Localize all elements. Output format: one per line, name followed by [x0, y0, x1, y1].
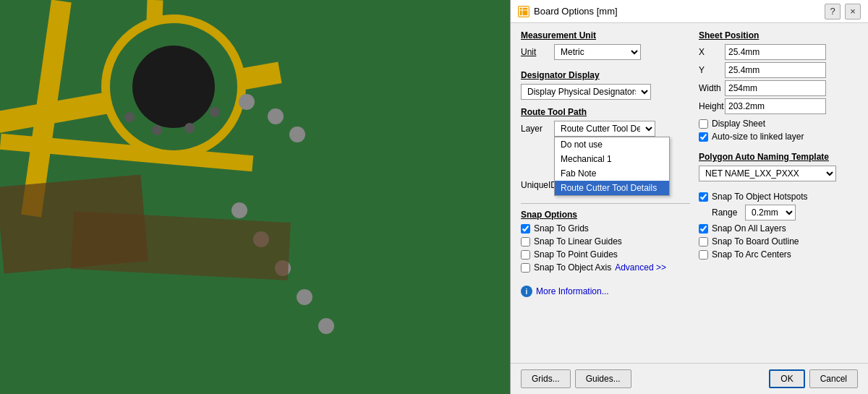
unit-select[interactable]: Metric Imperial [554, 44, 641, 60]
grids-button[interactable]: Grids... [521, 369, 571, 388]
right-snap-section: Snap To Object Hotspots Range 0.1mm 0.2m… [699, 192, 858, 262]
svg-rect-0 [519, 7, 528, 16]
board-options-dialog: Board Options [mm] ? × Measurement Unit … [510, 0, 868, 394]
snap-to-arc-centers-label: Snap To Arc Centers [712, 249, 791, 260]
help-button[interactable]: ? [825, 4, 841, 20]
snap-on-all-layers-checkbox[interactable] [699, 224, 708, 234]
snap-to-point-guides-label: Snap To Point Guides [534, 249, 618, 260]
layer-dropdown-menu: Do not use Mechanical 1 Fab Note Route C… [554, 137, 670, 196]
snap-to-grids-checkbox[interactable] [521, 224, 530, 234]
snap-to-board-outline-label: Snap To Board Outline [712, 236, 799, 247]
x-label: X [699, 47, 720, 57]
more-info-link[interactable]: More Information... [536, 286, 609, 296]
dropdown-item-mechanical1[interactable]: Mechanical 1 [555, 152, 669, 166]
unit-label: Unit [521, 47, 550, 57]
dropdown-item-fab-note[interactable]: Fab Note [555, 166, 669, 181]
left-column: Measurement Unit Unit Metric Imperial De… [521, 30, 690, 356]
snap-to-linear-guides-checkbox[interactable] [521, 237, 530, 247]
snap-to-linear-guides-label: Snap To Linear Guides [534, 236, 622, 247]
polygon-naming-select[interactable]: NET NAME_LXX_PXXX [699, 166, 836, 181]
title-bar: Board Options [mm] ? × [511, 0, 868, 23]
route-tool-path-title: Route Tool Path [521, 107, 690, 117]
auto-size-label: Auto-size to linked layer [712, 132, 804, 142]
info-icon: i [521, 286, 532, 297]
snap-to-object-axis-checkbox[interactable] [521, 263, 530, 273]
dropdown-item-do-not-use[interactable]: Do not use [555, 137, 669, 152]
sheet-position-title: Sheet Position [699, 30, 858, 40]
snap-to-hotspots-checkbox[interactable] [699, 192, 708, 202]
close-button[interactable]: × [845, 4, 861, 20]
dropdown-item-route-cutter[interactable]: Route Cutter Tool Details [555, 181, 669, 195]
polygon-naming-title: Polygon Auto Naming Template [699, 152, 858, 162]
dialog-icon [518, 6, 529, 17]
y-input[interactable] [725, 62, 826, 78]
guides-button[interactable]: Guides... [575, 369, 631, 388]
right-column: Sheet Position X Y Width Height [699, 30, 858, 356]
snap-to-arc-centers-checkbox[interactable] [699, 250, 708, 260]
designator-select[interactable]: Display Physical Designators Display Log… [521, 84, 651, 100]
display-sheet-checkbox[interactable] [699, 119, 708, 129]
snap-options-section: Snap Options Snap To Grids Snap To Linea… [521, 203, 690, 275]
layer-dropdown-container: Route Cutter Tool De Do not use Mechanic… [554, 121, 655, 137]
layer-select[interactable]: Route Cutter Tool De Do not use Mechanic… [554, 121, 655, 137]
layer-label: Layer [521, 124, 550, 134]
height-label: Height [699, 101, 720, 111]
display-sheet-label: Display Sheet [712, 119, 765, 129]
polygon-naming-section: Polygon Auto Naming Template NET NAME_LX… [699, 152, 858, 181]
snap-options-title: Snap Options [521, 210, 690, 220]
width-label: Width [699, 83, 720, 93]
measurement-unit-title: Measurement Unit [521, 30, 690, 40]
snap-on-all-layers-label: Snap On All Layers [712, 223, 786, 234]
sheet-position-section: Sheet Position X Y Width Height [699, 30, 858, 145]
auto-size-checkbox[interactable] [699, 132, 708, 142]
dialog-content: Measurement Unit Unit Metric Imperial De… [511, 23, 868, 363]
designator-display-section: Designator Display Display Physical Desi… [521, 70, 690, 100]
cancel-button[interactable]: Cancel [809, 369, 858, 388]
snap-to-board-outline-checkbox[interactable] [699, 237, 708, 247]
x-input[interactable] [725, 44, 826, 60]
range-select[interactable]: 0.1mm 0.2mm 0.5mm 1mm [745, 205, 796, 220]
ok-button[interactable]: OK [769, 369, 804, 388]
width-input[interactable] [725, 80, 826, 96]
measurement-unit-section: Measurement Unit Unit Metric Imperial [521, 30, 690, 63]
dialog-title: Board Options [mm] [534, 6, 820, 17]
range-label: Range [712, 207, 741, 218]
dialog-footer: Grids... Guides... OK Cancel [511, 363, 868, 394]
y-label: Y [699, 65, 720, 75]
snap-to-point-guides-checkbox[interactable] [521, 250, 530, 260]
snap-to-object-axis-label: Snap To Object Axis [534, 262, 611, 273]
route-tool-path-section: Route Tool Path Layer Route Cutter Tool … [521, 107, 690, 196]
designator-display-title: Designator Display [521, 70, 690, 80]
pcb-background [0, 0, 510, 394]
height-input[interactable] [725, 98, 826, 114]
advanced-link[interactable]: Advanced >> [615, 262, 666, 273]
snap-to-hotspots-label: Snap To Object Hotspots [712, 192, 808, 202]
snap-to-grids-label: Snap To Grids [534, 223, 589, 234]
more-info-row: i More Information... [521, 286, 690, 297]
